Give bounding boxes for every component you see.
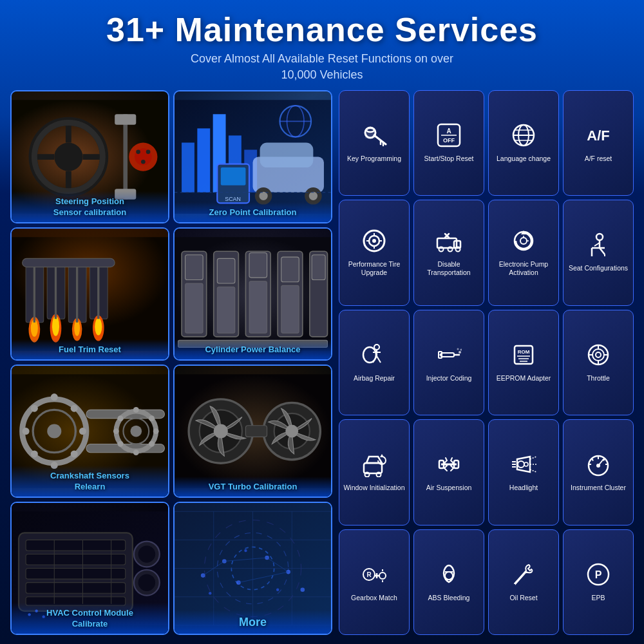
airbag-card[interactable]: Airbag Repair — [339, 310, 410, 415]
calibration-card[interactable]: SCAN Zero Point Calibration — [173, 90, 332, 223]
more-label: More — [175, 610, 331, 634]
injector-card[interactable]: Injector Coding — [413, 310, 484, 415]
more-card[interactable]: More — [173, 502, 332, 635]
svg-point-13 — [136, 149, 140, 154]
gearbox-label: Gearbox Match — [351, 594, 397, 603]
svg-rect-48 — [23, 258, 115, 267]
svg-point-76 — [71, 450, 78, 457]
svg-point-182 — [596, 234, 603, 240]
svg-line-193 — [377, 356, 381, 363]
page-title: 31+ Maintenance Services — [10, 12, 634, 48]
content-area: Steering PositionSensor calibration — [10, 90, 634, 635]
language-card[interactable]: Language change — [488, 90, 559, 196]
svg-point-87 — [149, 415, 155, 421]
suspension-label: Air Suspension — [426, 484, 472, 493]
suspension-card[interactable]: Air Suspension — [413, 419, 484, 525]
seat-icon — [585, 232, 611, 261]
tire-icon — [361, 228, 387, 257]
svg-point-115 — [138, 574, 156, 591]
svg-point-199 — [460, 348, 462, 350]
svg-line-222 — [530, 469, 536, 472]
svg-point-80 — [31, 404, 38, 412]
svg-point-189 — [374, 345, 379, 350]
svg-point-74 — [71, 404, 78, 412]
svg-point-2 — [54, 142, 82, 171]
svg-rect-55 — [185, 254, 204, 279]
cylinder-card[interactable]: Cylinder Power Balance — [173, 227, 332, 361]
svg-rect-62 — [249, 281, 267, 333]
svg-line-220 — [530, 457, 536, 459]
headlight-icon — [511, 451, 536, 480]
svg-point-79 — [23, 428, 30, 435]
seat-card[interactable]: Seat Configurations — [563, 200, 634, 305]
svg-point-47 — [95, 318, 102, 336]
svg-point-177 — [515, 232, 533, 250]
crankshaft-card[interactable]: Crankshaft SensorsRelearn — [10, 365, 169, 498]
af-label: A/F reset — [585, 155, 612, 164]
window-icon — [361, 451, 387, 480]
svg-point-207 — [592, 349, 604, 361]
headlight-card[interactable]: Headlight — [488, 419, 559, 525]
eeprom-icon: ROM — [511, 342, 536, 371]
fuel-card[interactable]: Fuel Trim Reset — [10, 227, 169, 361]
svg-point-194 — [363, 347, 376, 363]
key-programming-card[interactable]: Key Programming — [339, 90, 410, 196]
svg-rect-9 — [115, 114, 136, 125]
svg-point-43 — [52, 316, 59, 336]
svg-point-86 — [133, 407, 139, 413]
svg-point-97 — [214, 424, 228, 438]
steering-card[interactable]: Steering PositionSensor calibration — [10, 90, 169, 223]
af-reset-card[interactable]: A/F A/F reset — [563, 90, 634, 196]
svg-point-125 — [236, 580, 241, 585]
svg-point-198 — [459, 351, 461, 354]
cluster-card[interactable]: Instrument Cluster — [563, 419, 634, 525]
oil-icon — [511, 562, 536, 591]
svg-rect-23 — [260, 142, 314, 167]
svg-point-200 — [457, 348, 459, 350]
tire-card[interactable]: Performance Tire Upgrade — [339, 200, 410, 305]
throttle-card[interactable]: Throttle — [563, 310, 634, 415]
svg-text:SCAN: SCAN — [225, 196, 241, 202]
fuel-label: Fuel Trim Reset — [12, 339, 168, 359]
pump-card[interactable]: Electronic Pump Activation — [488, 200, 559, 305]
pump-label: Electronic Pump Activation — [491, 260, 556, 278]
abs-card[interactable]: ABS Bleeding — [413, 529, 484, 636]
seat-label: Seat Configurations — [569, 264, 628, 273]
svg-point-45 — [74, 320, 80, 336]
throttle-icon — [585, 342, 611, 371]
hvac-card[interactable]: HVAC Control ModuleCalibrate — [10, 502, 169, 635]
steering-label: Steering PositionSensor calibration — [12, 191, 168, 222]
svg-point-113 — [138, 545, 156, 563]
svg-point-131 — [276, 588, 279, 591]
abs-label: ABS Bleeding — [428, 594, 470, 603]
svg-point-90 — [133, 450, 139, 455]
svg-rect-56 — [185, 283, 204, 333]
svg-point-240 — [379, 573, 386, 579]
epb-label: EPB — [591, 594, 605, 603]
svg-point-208 — [596, 352, 601, 357]
epb-card[interactable]: P EPB — [563, 529, 634, 636]
tire-label: Performance Tire Upgrade — [342, 260, 406, 278]
window-card[interactable]: Window Initialization — [339, 419, 410, 525]
gearbox-card[interactable]: R Gearbox Match — [339, 529, 410, 636]
transport-label: Disable Transportation — [417, 260, 481, 278]
language-icon — [511, 122, 536, 151]
svg-rect-64 — [281, 257, 299, 282]
svg-text:P: P — [595, 569, 602, 580]
svg-point-88 — [153, 428, 159, 434]
svg-point-92 — [113, 428, 119, 434]
svg-point-235 — [596, 464, 600, 468]
eeprom-card[interactable]: ROM EEPROM Adapter — [488, 310, 559, 415]
epb-icon: P — [585, 562, 611, 591]
injector-icon — [436, 342, 462, 371]
start-stop-card[interactable]: A OFF Start/Stop Reset — [413, 90, 484, 196]
oil-reset-card[interactable]: Oil Reset — [488, 529, 559, 636]
transport-card[interactable]: Disable Transportation — [413, 200, 484, 305]
throttle-label: Throttle — [587, 374, 610, 383]
header: 31+ Maintenance Services Cover Almost Al… — [10, 12, 634, 84]
svg-marker-216 — [380, 454, 384, 457]
turbo-card[interactable]: VGT Turbo Calibration — [173, 365, 332, 498]
svg-rect-107 — [26, 583, 126, 594]
svg-text:A/F: A/F — [587, 128, 609, 144]
svg-point-15 — [141, 160, 146, 164]
